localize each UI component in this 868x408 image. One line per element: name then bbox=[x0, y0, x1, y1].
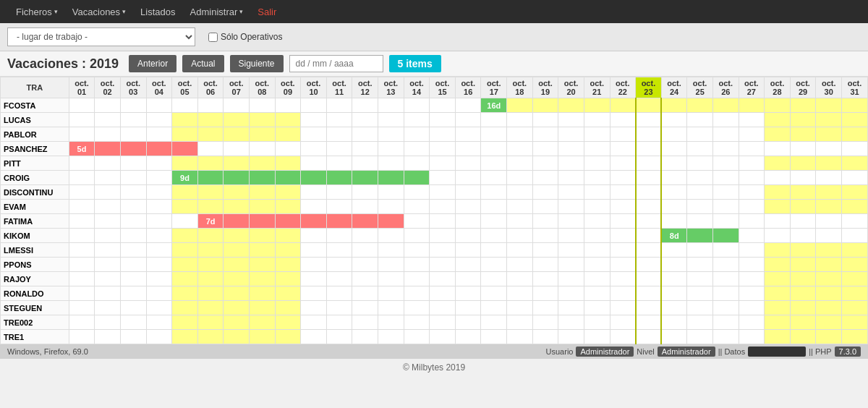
calendar-cell[interactable] bbox=[532, 98, 558, 113]
calendar-cell[interactable] bbox=[249, 171, 275, 185]
calendar-cell[interactable] bbox=[610, 185, 636, 200]
calendar-cell[interactable] bbox=[301, 142, 327, 156]
calendar-cell[interactable] bbox=[172, 286, 198, 301]
calendar-cell[interactable] bbox=[69, 286, 95, 301]
calendar-cell[interactable] bbox=[275, 200, 301, 214]
calendar-cell[interactable] bbox=[584, 185, 610, 200]
calendar-cell[interactable] bbox=[481, 171, 507, 185]
calendar-cell[interactable] bbox=[378, 156, 404, 171]
calendar-cell[interactable] bbox=[301, 330, 327, 344]
calendar-cell[interactable] bbox=[636, 315, 662, 330]
calendar-cell[interactable] bbox=[326, 330, 352, 344]
calendar-cell[interactable] bbox=[455, 185, 481, 200]
calendar-cell[interactable] bbox=[249, 272, 275, 286]
calendar-cell[interactable] bbox=[712, 127, 739, 142]
calendar-cell[interactable] bbox=[610, 229, 636, 243]
calendar-cell[interactable] bbox=[636, 113, 662, 127]
calendar-cell[interactable] bbox=[326, 127, 352, 142]
calendar-cell[interactable] bbox=[661, 98, 687, 113]
calendar-cell[interactable] bbox=[352, 214, 378, 229]
calendar-cell[interactable] bbox=[765, 98, 791, 113]
calendar-cell[interactable] bbox=[378, 113, 404, 127]
calendar-cell[interactable] bbox=[507, 214, 533, 229]
calendar-cell[interactable] bbox=[790, 98, 816, 113]
calendar-cell[interactable] bbox=[455, 214, 481, 229]
calendar-cell[interactable] bbox=[739, 214, 765, 229]
calendar-cell[interactable] bbox=[301, 258, 327, 272]
calendar-cell[interactable] bbox=[636, 127, 662, 142]
calendar-cell[interactable] bbox=[816, 258, 842, 272]
calendar-cell[interactable] bbox=[224, 127, 250, 142]
calendar-cell[interactable] bbox=[404, 272, 430, 286]
calendar-cell[interactable] bbox=[69, 113, 95, 127]
calendar-cell[interactable] bbox=[712, 113, 739, 127]
calendar-cell[interactable] bbox=[378, 286, 404, 301]
calendar-cell[interactable] bbox=[326, 156, 352, 171]
calendar-cell[interactable] bbox=[172, 272, 198, 286]
calendar-cell[interactable] bbox=[249, 330, 275, 344]
calendar-cell[interactable] bbox=[301, 185, 327, 200]
calendar-cell[interactable] bbox=[842, 258, 868, 272]
calendar-cell[interactable] bbox=[739, 258, 765, 272]
calendar-cell[interactable] bbox=[661, 185, 687, 200]
calendar-cell[interactable] bbox=[790, 127, 816, 142]
calendar-cell[interactable] bbox=[610, 301, 636, 315]
calendar-cell[interactable] bbox=[765, 229, 791, 243]
calendar-cell[interactable] bbox=[765, 156, 791, 171]
calendar-cell[interactable] bbox=[120, 301, 146, 315]
calendar-cell[interactable] bbox=[687, 113, 713, 127]
calendar-cell[interactable] bbox=[120, 185, 146, 200]
calendar-cell[interactable] bbox=[558, 98, 584, 113]
calendar-cell[interactable] bbox=[404, 142, 430, 156]
calendar-cell[interactable] bbox=[481, 243, 507, 258]
calendar-cell[interactable] bbox=[661, 171, 687, 185]
calendar-cell[interactable] bbox=[712, 315, 739, 330]
calendar-cell[interactable] bbox=[661, 142, 687, 156]
calendar-cell[interactable] bbox=[172, 229, 198, 243]
calendar-cell[interactable] bbox=[224, 171, 250, 185]
calendar-cell[interactable] bbox=[430, 258, 456, 272]
calendar-cell[interactable] bbox=[790, 142, 816, 156]
calendar-cell[interactable] bbox=[430, 272, 456, 286]
calendar-cell[interactable] bbox=[326, 98, 352, 113]
calendar-cell[interactable] bbox=[842, 272, 868, 286]
calendar-cell[interactable] bbox=[687, 127, 713, 142]
calendar-cell[interactable] bbox=[712, 200, 739, 214]
calendar-cell[interactable] bbox=[95, 171, 121, 185]
calendar-cell[interactable] bbox=[481, 272, 507, 286]
calendar-cell[interactable] bbox=[610, 200, 636, 214]
calendar-cell[interactable] bbox=[687, 272, 713, 286]
calendar-cell[interactable] bbox=[352, 229, 378, 243]
btn-siguiente[interactable]: Siguiente bbox=[230, 55, 284, 72]
calendar-cell[interactable] bbox=[790, 229, 816, 243]
nav-administrar[interactable]: Administrar ▾ bbox=[183, 0, 251, 23]
calendar-cell[interactable] bbox=[532, 315, 558, 330]
calendar-cell[interactable] bbox=[404, 214, 430, 229]
calendar-cell[interactable] bbox=[146, 200, 172, 214]
calendar-cell[interactable] bbox=[275, 142, 301, 156]
calendar-cell[interactable] bbox=[95, 330, 121, 344]
calendar-cell[interactable] bbox=[739, 301, 765, 315]
calendar-cell[interactable] bbox=[95, 258, 121, 272]
calendar-cell[interactable] bbox=[816, 98, 842, 113]
calendar-cell[interactable] bbox=[584, 258, 610, 272]
calendar-cell[interactable] bbox=[739, 113, 765, 127]
calendar-cell[interactable] bbox=[197, 301, 224, 315]
calendar-cell[interactable] bbox=[507, 272, 533, 286]
calendar-cell[interactable] bbox=[301, 113, 327, 127]
calendar-cell[interactable] bbox=[172, 98, 198, 113]
calendar-cell[interactable] bbox=[816, 200, 842, 214]
calendar-cell[interactable] bbox=[197, 185, 224, 200]
calendar-cell[interactable] bbox=[712, 214, 739, 229]
calendar-cell[interactable]: 9d bbox=[172, 171, 198, 185]
calendar-cell[interactable] bbox=[842, 301, 868, 315]
calendar-cell[interactable] bbox=[558, 185, 584, 200]
calendar-cell[interactable] bbox=[404, 98, 430, 113]
calendar-cell[interactable] bbox=[275, 127, 301, 142]
calendar-cell[interactable] bbox=[326, 258, 352, 272]
calendar-cell[interactable]: 8d bbox=[661, 229, 687, 243]
calendar-cell[interactable] bbox=[197, 156, 224, 171]
calendar-cell[interactable] bbox=[378, 200, 404, 214]
calendar-cell[interactable] bbox=[430, 229, 456, 243]
calendar-cell[interactable] bbox=[790, 171, 816, 185]
